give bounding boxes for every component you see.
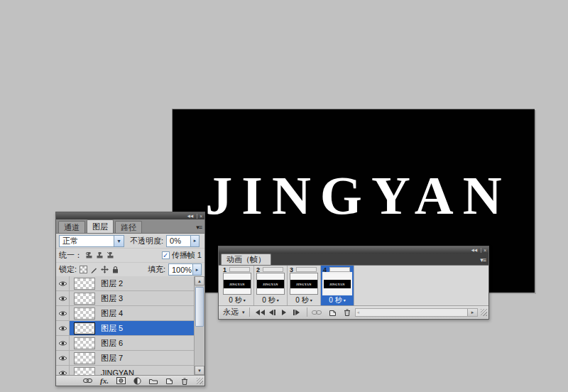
tab-paths[interactable]: 路径 (115, 221, 142, 233)
layer-thumbnail[interactable] (74, 367, 95, 376)
collapse-icon[interactable]: ◀◀ (186, 214, 194, 217)
unify-style-icon[interactable] (106, 251, 114, 260)
frame-thumbnail[interactable]: JINGYAN (322, 272, 352, 295)
tab-channels[interactable]: 通道 (58, 221, 85, 233)
scroll-left-icon[interactable]: ◂ (357, 310, 360, 315)
frame-2[interactable]: 2 JINGYAN 0 秒 ▾ (254, 266, 288, 305)
visibility-toggle[interactable] (56, 366, 70, 375)
frame-4-selected[interactable]: 4 JINGYAN 0 秒 ▾ (321, 266, 354, 305)
frame-3[interactable]: 3 JINGYAN 0 秒 ▾ (288, 266, 321, 305)
scroll-right-icon[interactable]: ▸ (467, 309, 477, 316)
lock-pixels-brush-icon[interactable] (90, 266, 98, 274)
add-layer-mask-icon[interactable] (116, 376, 126, 385)
frame-delay-control[interactable]: 0 秒 ▾ (288, 295, 320, 305)
unify-label: 统一： (59, 250, 82, 261)
visibility-toggle[interactable] (56, 291, 70, 305)
lock-all-icon[interactable] (111, 266, 119, 274)
previous-frame-button[interactable] (266, 307, 278, 317)
frame-delay-control[interactable]: 0 秒 ▾ (254, 295, 287, 305)
layer-thumbnail[interactable] (74, 352, 95, 364)
layer-row[interactable]: 图层 7 (56, 351, 194, 366)
unify-position-icon[interactable] (85, 251, 93, 260)
unify-visibility-icon[interactable] (96, 251, 104, 260)
lock-label: 锁定: (59, 264, 77, 275)
unify-buttons (85, 251, 114, 260)
fill-field[interactable]: 100% ▸ (168, 263, 202, 276)
tween-frames-icon[interactable] (312, 308, 322, 317)
layer-thumbnail[interactable] (74, 337, 95, 349)
layer-row[interactable]: 图层 2 (56, 276, 194, 291)
delete-layer-trash-icon[interactable] (181, 376, 188, 385)
layer-list: 图层 2 图层 3 图层 4 图层 5 图层 6 图层 7 (56, 276, 194, 375)
resize-grip[interactable] (197, 378, 203, 384)
new-layer-icon[interactable] (165, 376, 173, 385)
frame-number: 1 (223, 266, 226, 273)
close-icon[interactable]: × (483, 248, 487, 251)
blend-mode-select[interactable]: 正常 ▾ (59, 235, 124, 247)
frames-scrollbar[interactable]: ◂ ▸ (355, 308, 478, 317)
tab-layers[interactable]: 图层 (87, 219, 114, 233)
layers-panel-tabstrip: 通道 图层 路径 ▾≡ (56, 219, 204, 234)
layer-thumbnail[interactable] (74, 293, 95, 305)
tab-animation-frames[interactable]: 动画（帧） (221, 254, 271, 265)
frame-thumbnail[interactable]: JINGYAN (290, 273, 318, 295)
new-frame-icon[interactable] (329, 308, 337, 317)
delete-frame-trash-icon[interactable] (344, 308, 351, 317)
frame-number: 2 (256, 266, 260, 273)
collapse-icon[interactable]: ◀◀ (470, 248, 478, 251)
visibility-toggle[interactable] (56, 351, 70, 365)
frames-strip: 1 JINGYAN 0 秒 ▾ 2 JINGYAN 0 秒 ▾ 3 J (219, 266, 488, 306)
link-layers-icon[interactable] (83, 376, 92, 385)
propagate-frame-checkbox[interactable]: ✓ (162, 251, 170, 259)
opacity-slider-arrow-icon[interactable]: ▸ (190, 236, 199, 246)
frame-delay-value: 0 秒 (262, 295, 275, 305)
chevron-down-icon[interactable]: ▾ (114, 236, 124, 246)
layers-scrollbar[interactable]: ▲ ▼ (194, 276, 204, 375)
layer-thumbnail[interactable] (74, 307, 95, 320)
layer-row[interactable]: 图层 6 (56, 336, 194, 351)
animation-tabstrip: 动画（帧） ▾≡ (219, 254, 488, 266)
adjustment-layer-icon[interactable] (133, 376, 141, 385)
frame-header (329, 267, 350, 272)
visibility-toggle[interactable] (56, 336, 70, 350)
layer-row[interactable]: 图层 4 (56, 306, 194, 321)
layer-thumbnail[interactable] (74, 322, 95, 334)
frame-delay-control[interactable]: 0 秒 ▾ (321, 295, 354, 305)
frame-thumb-artwork: JINGYAN (257, 280, 284, 288)
scroll-up-icon[interactable]: ▲ (195, 276, 204, 285)
layer-style-fx-icon[interactable]: fx. (100, 376, 109, 385)
fill-slider-arrow-icon[interactable]: ▸ (192, 264, 201, 275)
layer-thumbnail[interactable] (74, 278, 95, 290)
opacity-field[interactable]: 0% ▸ (166, 235, 200, 247)
lock-transparency-icon[interactable] (80, 266, 87, 273)
frame-thumbnail[interactable]: JINGYAN (223, 273, 251, 295)
visibility-toggle[interactable] (56, 321, 70, 335)
panel-menu-icon[interactable]: ▾≡ (480, 256, 486, 263)
close-icon[interactable]: × (199, 214, 203, 217)
frame-thumbnail[interactable]: JINGYAN (256, 273, 285, 295)
layer-row[interactable]: 图层 3 (56, 291, 194, 306)
frame-header (296, 267, 317, 272)
frame-1[interactable]: 1 JINGYAN 0 秒 ▾ (221, 266, 254, 305)
scroll-down-icon[interactable]: ▼ (195, 366, 204, 375)
next-frame-button[interactable] (290, 307, 302, 317)
lock-position-move-icon[interactable] (101, 266, 109, 274)
chevron-down-icon: ▾ (242, 310, 245, 315)
play-button[interactable] (278, 307, 290, 317)
visibility-toggle[interactable] (56, 276, 70, 290)
eye-icon (58, 325, 67, 332)
frame-delay-value: 0 秒 (295, 295, 308, 305)
unify-row: 统一： ✓ 传播帧 1 (56, 248, 204, 262)
frame-delay-control[interactable]: 0 秒 ▾ (221, 295, 253, 305)
layer-row[interactable]: JINGYAN (56, 366, 194, 375)
layer-row-selected[interactable]: 图层 5 (56, 321, 194, 336)
frame-thumb-artwork: JINGYAN (224, 280, 251, 288)
panel-menu-icon[interactable]: ▾≡ (196, 224, 202, 231)
new-group-folder-icon[interactable] (149, 376, 158, 385)
scrollbar-thumb[interactable] (195, 287, 204, 327)
first-frame-button[interactable] (254, 307, 266, 317)
propagate-frame-label: 传播帧 1 (172, 250, 202, 261)
loop-count-select[interactable]: 永远 ▾ (223, 307, 245, 317)
visibility-toggle[interactable] (56, 306, 70, 320)
resize-grip[interactable] (481, 309, 487, 316)
